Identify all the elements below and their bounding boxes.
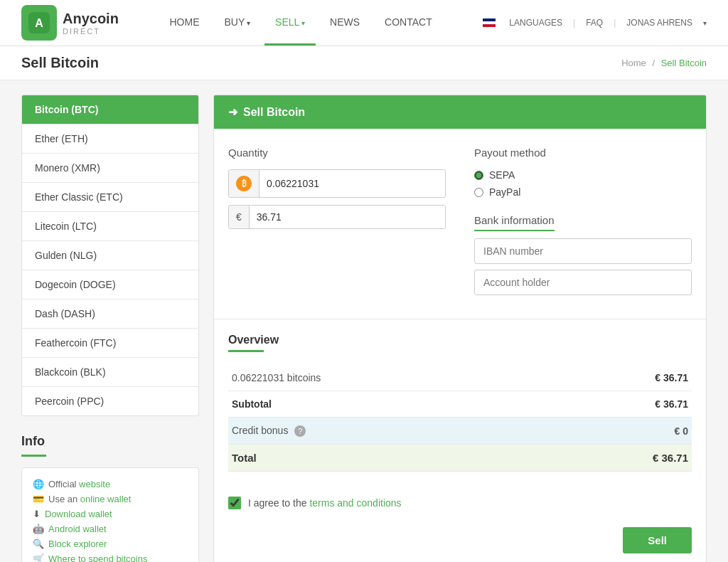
overview-btc-desc: 0.06221031 bitcoins bbox=[228, 365, 550, 391]
paypal-label[interactable]: PayPal bbox=[489, 186, 520, 198]
sepa-radio-group: SEPA bbox=[474, 169, 692, 181]
nav-sell[interactable]: SELL bbox=[264, 1, 316, 46]
sidebar-item-ftc[interactable]: Feathercoin (FTC) bbox=[22, 329, 198, 358]
sidebar-item-etc[interactable]: Ether Classic (ETC) bbox=[22, 183, 198, 212]
paypal-radio[interactable] bbox=[474, 188, 483, 197]
flag-icon bbox=[483, 18, 496, 27]
info-download-wallet: ⬇Download wallet bbox=[33, 509, 188, 519]
breadcrumb-home[interactable]: Home bbox=[621, 58, 646, 68]
sidebar-item-ltc[interactable]: Litecoin (LTC) bbox=[22, 212, 198, 241]
terms-checkbox[interactable] bbox=[228, 497, 241, 509]
btc-icon: ₿ bbox=[236, 176, 252, 191]
official-website-link[interactable]: website bbox=[79, 479, 110, 489]
download-wallet-link[interactable]: Download wallet bbox=[45, 509, 112, 519]
nav-contact[interactable]: CONTACT bbox=[374, 1, 443, 46]
header: A Anycoin DIRECT HOME BUY SELL NEWS CONT… bbox=[0, 0, 728, 46]
info-box: 🌐Official website 💳Use an online wallet … bbox=[21, 467, 199, 562]
info-spend-bitcoins: 🛒Where to spend bitcoins bbox=[33, 553, 188, 562]
breadcrumb-bar: Sell Bitcoin Home / Sell Bitcoin bbox=[0, 46, 728, 80]
chevron-down-icon: ▾ bbox=[703, 19, 707, 27]
download-icon: ⬇ bbox=[33, 509, 41, 519]
sidebar-item-xmr[interactable]: Monero (XMR) bbox=[22, 154, 198, 183]
bank-info-title: Bank information bbox=[474, 214, 555, 231]
info-online-wallet: 💳Use an online wallet bbox=[33, 494, 188, 504]
overview-section: Overview 0.06221031 bitcoins € 36.71 Sub… bbox=[214, 319, 706, 486]
quantity-col: Quantity ₿ € bbox=[228, 147, 446, 301]
android-wallet-link[interactable]: Android wallet bbox=[48, 524, 107, 534]
overview-subtotal-label: Subtotal bbox=[228, 391, 550, 418]
topbar-right: LANGUAGES | FAQ | JONAS AHRENS ▾ bbox=[483, 18, 707, 28]
online-wallet-link[interactable]: online wallet bbox=[80, 494, 132, 504]
android-icon: 🤖 bbox=[33, 524, 44, 534]
info-android-wallet: 🤖Android wallet bbox=[33, 524, 188, 534]
btc-amount-input[interactable] bbox=[259, 172, 445, 195]
spend-bitcoins-link[interactable]: Where to spend bitcoins bbox=[48, 553, 147, 562]
sepa-label[interactable]: SEPA bbox=[489, 169, 515, 181]
payout-label: Payout method bbox=[474, 147, 692, 159]
logo-area: A Anycoin DIRECT bbox=[21, 5, 119, 41]
overview-row-total: Total € 36.71 bbox=[228, 445, 692, 472]
block-explorer-link[interactable]: Block explorer bbox=[48, 539, 107, 549]
paypal-radio-group: PayPal bbox=[474, 186, 692, 198]
sidebar-item-eth[interactable]: Ether (ETH) bbox=[22, 124, 198, 154]
logo-brand: Anycoin bbox=[63, 11, 119, 27]
sidebar-item-btc[interactable]: Bitcoin (BTC) bbox=[22, 95, 198, 124]
euro-symbol: € bbox=[236, 211, 242, 223]
sidebar-item-nlg[interactable]: Gulden (NLG) bbox=[22, 241, 198, 270]
btc-input-group: ₿ bbox=[228, 169, 446, 198]
page-title: Sell Bitcoin bbox=[21, 55, 99, 71]
iban-input[interactable] bbox=[474, 238, 692, 264]
terms-link[interactable]: terms and conditions bbox=[309, 497, 401, 509]
logo-icon: A bbox=[21, 5, 57, 41]
account-holder-input[interactable] bbox=[474, 270, 692, 295]
sidebar-coin-list: Bitcoin (BTC) Ether (ETH) Monero (XMR) E… bbox=[21, 95, 199, 416]
languages-link[interactable]: LANGUAGES bbox=[509, 18, 562, 28]
sepa-radio[interactable] bbox=[474, 171, 483, 180]
sell-card-body: Quantity ₿ € bbox=[214, 129, 706, 319]
terms-label[interactable]: I agree to the terms and conditions bbox=[248, 497, 402, 509]
sidebar-item-doge[interactable]: Dogecoin (DOGE) bbox=[22, 270, 198, 299]
overview-total-label: Total bbox=[228, 445, 550, 472]
payout-col: Payout method SEPA PayPal Bank informati… bbox=[474, 147, 692, 301]
sell-card-title: Sell Bitcoin bbox=[243, 106, 305, 119]
eur-prefix: € bbox=[229, 206, 250, 228]
overview-title: Overview bbox=[228, 334, 692, 346]
faq-link[interactable]: FAQ bbox=[586, 18, 603, 28]
user-link[interactable]: JONAS AHRENS bbox=[626, 18, 692, 28]
info-official-website: 🌐Official website bbox=[33, 479, 188, 489]
nav-news[interactable]: NEWS bbox=[319, 1, 370, 46]
sell-button[interactable]: Sell bbox=[623, 527, 692, 553]
credit-help-icon[interactable]: ? bbox=[294, 425, 306, 437]
quantity-label: Quantity bbox=[228, 147, 446, 159]
terms-row: I agree to the terms and conditions bbox=[214, 486, 706, 520]
sell-card: ➜ Sell Bitcoin Quantity ₿ bbox=[213, 95, 707, 562]
overview-subtotal-value: € 36.71 bbox=[550, 391, 692, 418]
overview-credit-value: € 0 bbox=[550, 418, 692, 445]
eur-amount-input[interactable] bbox=[250, 206, 445, 228]
main-panel: ➜ Sell Bitcoin Quantity ₿ bbox=[213, 95, 707, 562]
sell-card-header: ➜ Sell Bitcoin bbox=[214, 95, 706, 129]
nav-home[interactable]: HOME bbox=[159, 1, 210, 46]
eur-input-group: € bbox=[228, 205, 446, 229]
info-underline bbox=[21, 455, 46, 457]
overview-row-btc: 0.06221031 bitcoins € 36.71 bbox=[228, 365, 692, 391]
wallet-icon: 💳 bbox=[33, 494, 44, 504]
logo-text: Anycoin DIRECT bbox=[63, 11, 119, 36]
logo-tagline: DIRECT bbox=[63, 27, 119, 36]
overview-credit-label: Credit bonus ? bbox=[228, 418, 550, 445]
overview-btc-value: € 36.71 bbox=[550, 365, 692, 391]
btc-prefix: ₿ bbox=[229, 170, 259, 197]
sidebar: Bitcoin (BTC) Ether (ETH) Monero (XMR) E… bbox=[21, 95, 199, 562]
breadcrumb: Home / Sell Bitcoin bbox=[621, 58, 707, 68]
info-block-explorer: 🔍Block explorer bbox=[33, 539, 188, 549]
form-row: Quantity ₿ € bbox=[228, 147, 692, 301]
nav-buy[interactable]: BUY bbox=[214, 1, 262, 46]
globe-icon: 🌐 bbox=[33, 479, 44, 489]
overview-row-credit: Credit bonus ? € 0 bbox=[228, 418, 692, 445]
sidebar-item-blk[interactable]: Blackcoin (BLK) bbox=[22, 358, 198, 387]
svg-text:A: A bbox=[35, 17, 43, 29]
sidebar-item-dash[interactable]: Dash (DASH) bbox=[22, 299, 198, 329]
sidebar-item-ppc[interactable]: Peercoin (PPC) bbox=[22, 387, 198, 415]
cart-icon: 🛒 bbox=[33, 553, 44, 562]
info-title: Info bbox=[21, 434, 199, 449]
